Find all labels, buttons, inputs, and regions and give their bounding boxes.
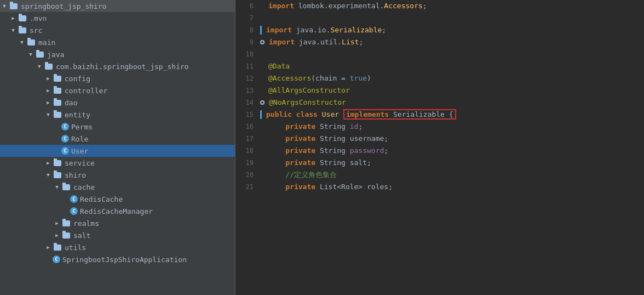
- tree-label-salt: salt: [73, 231, 90, 240]
- tree-label-dao: dao: [65, 99, 77, 107]
- tree-arrow-shiro[interactable]: ▼: [44, 172, 53, 178]
- tree-item-SpringbootJspShiroApplication[interactable]: CSpringbootJspShiroApplication: [0, 253, 235, 265]
- tree-item-root[interactable]: ▼springboot_jsp_shiro: [0, 0, 235, 12]
- code-line-21: 21 private List<Role> roles;: [235, 181, 644, 193]
- tree-item-RedisCacheManager[interactable]: CRedisCacheManager: [0, 205, 235, 217]
- tree-arrow-mvn[interactable]: ▶: [9, 15, 18, 21]
- gutter-circle-14: [260, 100, 264, 105]
- tree-arrow-cache[interactable]: ▼: [53, 184, 61, 190]
- tree-label-src: src: [30, 26, 42, 35]
- tree-item-main[interactable]: ▼main: [0, 36, 235, 48]
- tree-label-shiro: shiro: [65, 171, 86, 179]
- tree-arrow-main[interactable]: ▼: [18, 39, 26, 45]
- tree-label-root: springboot_jsp_shiro: [21, 2, 107, 10]
- line-number-12: 12: [235, 72, 260, 84]
- line-number-20: 20: [235, 169, 260, 181]
- tree-arrow-dao[interactable]: ▶: [44, 100, 53, 105]
- class-badge-Perms: C: [61, 123, 69, 131]
- tree-item-salt[interactable]: ▶salt: [0, 229, 235, 241]
- code-line-19: 19 private String salt;: [235, 157, 644, 169]
- tree-arrow-service[interactable]: ▶: [44, 160, 53, 166]
- tree-label-entity: entity: [65, 111, 90, 119]
- tree-item-entity[interactable]: ▼entity: [0, 109, 235, 121]
- tree-arrow-src[interactable]: ▼: [9, 27, 18, 33]
- tree-label-service: service: [65, 159, 95, 167]
- line-content-9: import java.util.List;: [267, 36, 644, 48]
- line-number-9: 9: [235, 36, 260, 48]
- tree-item-com[interactable]: ▼com.baizhi.springboot_jsp_shiro: [0, 60, 235, 72]
- folder-icon: [18, 25, 27, 35]
- tree-label-User: User: [71, 147, 88, 155]
- tree-item-java[interactable]: ▼java: [0, 48, 235, 60]
- code-line-18: 18 private String password;: [235, 145, 644, 157]
- code-line-16: 16 private String id;: [235, 121, 644, 133]
- tree-arrow-controller[interactable]: ▶: [44, 88, 53, 93]
- tree-label-Role: Role: [71, 135, 88, 143]
- code-line-8: 8import java.io.Serializable;: [235, 24, 644, 36]
- tree-item-shiro[interactable]: ▼shiro: [0, 169, 235, 181]
- line-content-14: @NoArgsConstructor: [267, 97, 644, 109]
- folder-icon: [26, 37, 36, 47]
- folder-icon: [61, 182, 71, 192]
- tree-item-RedisCache[interactable]: CRedisCache: [0, 193, 235, 205]
- tree-item-realms[interactable]: ▶realms: [0, 217, 235, 229]
- code-line-11: 11@Data: [235, 60, 644, 72]
- tree-item-src[interactable]: ▼src: [0, 24, 235, 36]
- code-line-6: 6import lombok.experimental.Accessors;: [235, 0, 644, 12]
- tree-item-dao[interactable]: ▶dao: [0, 97, 235, 109]
- line-number-18: 18: [235, 145, 260, 157]
- tree-label-mvn: .mvn: [30, 14, 47, 22]
- class-badge-Role: C: [61, 135, 69, 143]
- folder-icon: [44, 61, 54, 71]
- tree-label-SpringbootJspShiroApplication: SpringbootJspShiroApplication: [62, 256, 187, 264]
- code-line-13: 13@AllArgsConstructor: [235, 84, 644, 97]
- tree-item-utils[interactable]: ▶utils: [0, 241, 235, 253]
- tree-label-controller: controller: [65, 87, 107, 95]
- tree-arrow-root[interactable]: ▼: [0, 3, 9, 9]
- tree-item-Perms[interactable]: CPerms: [0, 121, 235, 133]
- code-line-14: 14@NoArgsConstructor: [235, 97, 644, 109]
- folder-icon: [9, 1, 19, 11]
- tree-arrow-com[interactable]: ▼: [35, 64, 44, 69]
- line-number-8: 8: [235, 24, 260, 36]
- tree-item-Role[interactable]: CRole: [0, 133, 235, 145]
- folder-icon: [53, 158, 62, 168]
- folder-icon: [53, 98, 62, 107]
- class-badge-User: C: [61, 147, 69, 155]
- tree-item-config[interactable]: ▶config: [0, 72, 235, 84]
- tree-item-controller[interactable]: ▶controller: [0, 84, 235, 97]
- line-number-16: 16: [235, 121, 260, 133]
- line-content-13: @AllArgsConstructor: [266, 84, 644, 97]
- line-number-21: 21: [235, 181, 260, 193]
- file-tree[interactable]: ▼springboot_jsp_shiro▶.mvn▼src▼main▼java…: [0, 0, 235, 295]
- line-content-18: private String password;: [266, 145, 644, 157]
- code-line-17: 17 private String username;: [235, 133, 644, 145]
- line-content-11: @Data: [266, 60, 644, 72]
- line-content-6: import lombok.experimental.Accessors;: [266, 0, 644, 12]
- folder-icon: [61, 218, 71, 228]
- line-content-12: @Accessors(chain = true): [266, 72, 644, 84]
- tree-label-RedisCache: RedisCache: [80, 195, 123, 203]
- line-number-14: 14: [235, 97, 260, 109]
- tree-label-Perms: Perms: [71, 123, 93, 131]
- tree-arrow-realms[interactable]: ▶: [53, 220, 61, 226]
- class-badge-SpringbootJspShiroApplication: C: [53, 256, 60, 263]
- implements-highlight-box: implements Serializable {: [343, 109, 456, 120]
- tree-arrow-salt[interactable]: ▶: [53, 232, 61, 238]
- code-line-20: 20 //定义角色集合: [235, 169, 644, 181]
- tree-item-mvn[interactable]: ▶.mvn: [0, 12, 235, 24]
- tree-item-service[interactable]: ▶service: [0, 157, 235, 169]
- line-number-13: 13: [235, 84, 260, 97]
- line-number-7: 7: [235, 12, 260, 24]
- tree-item-User[interactable]: CUser: [0, 145, 235, 157]
- tree-arrow-java[interactable]: ▼: [26, 52, 35, 57]
- tree-arrow-config[interactable]: ▶: [44, 76, 53, 81]
- line-number-6: 6: [235, 0, 260, 12]
- tree-arrow-utils[interactable]: ▶: [44, 245, 53, 250]
- class-badge-RedisCacheManager: C: [70, 207, 78, 215]
- tree-item-cache[interactable]: ▼cache: [0, 181, 235, 193]
- line-content-21: private List<Role> roles;: [266, 181, 644, 193]
- tree-label-config: config: [65, 75, 90, 83]
- tree-arrow-entity[interactable]: ▼: [44, 112, 53, 117]
- class-badge-RedisCache: C: [70, 195, 78, 203]
